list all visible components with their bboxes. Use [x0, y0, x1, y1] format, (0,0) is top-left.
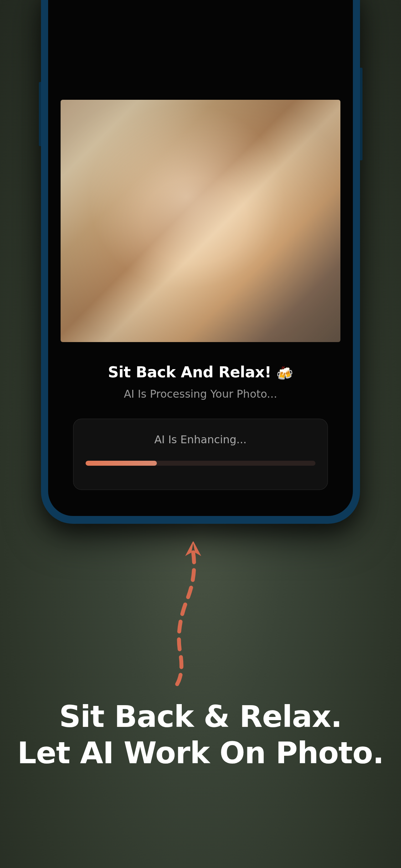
progress-status-label: AI Is Enhancing...	[86, 433, 315, 446]
progress-bar-track	[86, 461, 315, 466]
user-photo-image	[61, 100, 340, 342]
phone-device-frame: Sit Back And Relax! 🍻 AI Is Processing Y…	[41, 0, 360, 524]
title-text: Sit Back And Relax!	[108, 363, 271, 381]
progress-card: AI Is Enhancing...	[73, 419, 328, 490]
progress-bar-fill	[86, 461, 157, 466]
processing-subtitle: AI Is Processing Your Photo...	[48, 388, 353, 400]
headline-line-1: Sit Back & Relax.	[0, 698, 401, 735]
arrow-pointer-icon	[161, 534, 225, 691]
processing-title: Sit Back And Relax! 🍻	[48, 363, 353, 381]
cheers-emoji-icon: 🍻	[276, 366, 293, 381]
photo-preview	[61, 100, 340, 342]
headline-line-2: Let AI Work On Photo.	[0, 735, 401, 771]
phone-screen: Sit Back And Relax! 🍻 AI Is Processing Y…	[48, 0, 353, 516]
marketing-headline: Sit Back & Relax. Let AI Work On Photo.	[0, 698, 401, 771]
